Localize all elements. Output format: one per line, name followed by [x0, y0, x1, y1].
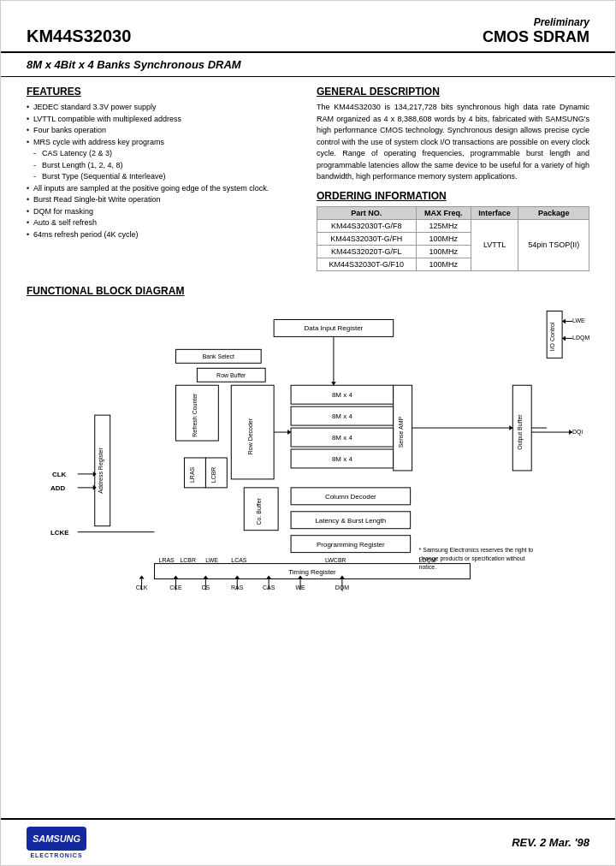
svg-text:I/O Control: I/O Control [549, 322, 555, 351]
svg-text:change products or specificati: change products or specification without [419, 555, 525, 561]
svg-text:Column Decoder: Column Decoder [325, 492, 376, 500]
subtitle: 8M x 4Bit x 4 Banks Synchronous DRAM [27, 58, 589, 71]
part-cell: KM44S32030T-G/F8 [317, 219, 417, 232]
list-sub-item: Burst Length (1, 2, 4, 8) [27, 160, 299, 172]
svg-text:LCBR: LCBR [180, 556, 196, 562]
footer-logo: SAMSUNG ELECTRONICS [27, 827, 86, 858]
svg-text:LWE: LWE [572, 317, 585, 323]
list-item: Four banks operation [27, 125, 299, 137]
footer: SAMSUNG ELECTRONICS REV. 2 Mar. '98 [1, 818, 615, 865]
preliminary-label: Preliminary [483, 16, 589, 28]
main-content: FEATURES JEDEC standard 3.3V power suppl… [1, 77, 615, 818]
svg-text:Address Register: Address Register [98, 447, 104, 493]
svg-text:notice.: notice. [419, 563, 437, 569]
svg-text:8M x 4: 8M x 4 [332, 412, 352, 420]
diagram-svg: Data Input Register Row Decoder 8M x 4 8… [27, 304, 589, 595]
header: KM44S32030 Preliminary CMOS SDRAM [1, 1, 615, 53]
package-cell: 54pin TSOP(II) [518, 219, 589, 270]
list-item: All inputs are sampled at the positive g… [27, 183, 299, 195]
general-desc-text: The KM44S32030 is 134,217,728 bits synch… [317, 102, 589, 183]
svg-marker-77 [562, 318, 566, 323]
svg-text:8M x 4: 8M x 4 [332, 454, 352, 462]
svg-text:LCBR: LCBR [210, 466, 216, 483]
svg-text:DQi: DQi [572, 429, 583, 436]
freq-cell: 100MHz [416, 232, 471, 245]
page: KM44S32030 Preliminary CMOS SDRAM 8M x 4… [0, 0, 616, 866]
list-sub-item: CAS Latency (2 & 3) [27, 148, 299, 160]
part-cell: KM44S32030T-G/F10 [317, 258, 417, 270]
svg-text:ADD: ADD [50, 483, 66, 491]
svg-marker-88 [331, 382, 336, 385]
diagram-container: Data Input Register Row Decoder 8M x 4 8… [27, 304, 589, 595]
svg-text:Row Decoder: Row Decoder [247, 418, 253, 454]
list-sub-item: Burst Type (Sequential & Interleave) [27, 171, 299, 183]
svg-text:LWCBR: LWCBR [325, 556, 346, 562]
header-right: Preliminary CMOS SDRAM [483, 16, 589, 46]
list-item: Burst Read Single-bit Write operation [27, 194, 299, 206]
svg-text:8M x 4: 8M x 4 [332, 391, 352, 399]
features-section: FEATURES JEDEC standard 3.3V power suppl… [27, 86, 299, 271]
svg-text:8M x 4: 8M x 4 [332, 434, 352, 442]
svg-text:LDQM: LDQM [572, 335, 589, 341]
features-list: JEDEC standard 3.3V power supply LVTTL c… [27, 102, 299, 240]
general-desc-title: GENERAL DESCRIPTION [317, 86, 589, 98]
sub-header: 8M x 4Bit x 4 Banks Synchronous DRAM [1, 53, 615, 77]
list-item: DQM for masking [27, 206, 299, 218]
svg-text:* Samsung Electronics reserves: * Samsung Electronics reserves the right… [419, 546, 534, 553]
svg-text:CLK: CLK [52, 470, 67, 477]
svg-text:LCKE: LCKE [50, 528, 69, 536]
freq-cell: 100MHz [416, 245, 471, 258]
svg-text:Sense AMP: Sense AMP [398, 416, 404, 448]
footer-rev: REV. 2 Mar. '98 [512, 836, 589, 849]
top-section: FEATURES JEDEC standard 3.3V power suppl… [27, 86, 589, 271]
samsung-logo: SAMSUNG [27, 827, 86, 851]
list-item: JEDEC standard 3.3V power supply [27, 102, 299, 114]
list-item: Auto & self refresh [27, 217, 299, 229]
part-cell: KM44S32030T-G/FH [317, 232, 417, 245]
svg-marker-62 [139, 575, 145, 578]
svg-text:Programming Register: Programming Register [317, 540, 385, 548]
svg-text:LRAS: LRAS [189, 466, 195, 483]
col-part: Part NO. [317, 206, 417, 219]
ordering-table: Part NO. MAX Freq. Interface Package KM4… [317, 206, 589, 271]
svg-text:Latency & Burst Length: Latency & Burst Length [315, 516, 386, 524]
svg-text:LCAS: LCAS [231, 556, 247, 562]
svg-text:Output Buffer: Output Buffer [517, 413, 524, 449]
col-interface: Interface [471, 206, 518, 219]
right-col: GENERAL DESCRIPTION The KM44S32030 is 13… [317, 86, 589, 271]
col-package: Package [518, 206, 589, 219]
svg-text:Bank Select: Bank Select [203, 353, 234, 359]
header-left: KM44S32030 [27, 27, 131, 46]
svg-marker-90 [287, 430, 291, 435]
svg-text:Data Input Register: Data Input Register [305, 324, 364, 332]
interface-cell: LVTTL [471, 219, 518, 270]
svg-text:Refresh Counter: Refresh Counter [192, 392, 198, 436]
diagram-section: FUNCTIONAL BLOCK DIAGRAM Data Input Regi… [27, 285, 589, 810]
list-item: 64ms refresh period (4K cycle) [27, 229, 299, 241]
list-item: LVTTL compatible with multiplexed addres… [27, 114, 299, 126]
svg-text:Row Buffer: Row Buffer [216, 372, 246, 378]
svg-text:Co. Buffer: Co. Buffer [256, 497, 262, 525]
svg-marker-85 [509, 425, 512, 430]
col-freq: MAX Freq. [416, 206, 471, 219]
features-title: FEATURES [27, 86, 299, 98]
ordering-title: ORDERING INFORMATION [317, 190, 589, 202]
freq-cell: 125MHz [416, 219, 471, 232]
diagram-title: FUNCTIONAL BLOCK DIAGRAM [27, 285, 589, 297]
list-item: MRS cycle with address key programs [27, 137, 299, 149]
svg-marker-80 [562, 335, 566, 341]
svg-text:Timing Register: Timing Register [288, 567, 336, 575]
ordering-section: ORDERING INFORMATION Part NO. MAX Freq. … [317, 190, 589, 271]
electronics-text: ELECTRONICS [30, 852, 82, 858]
part-cell: KM44S32020T-G/FL [317, 245, 417, 258]
svg-text:LRAS: LRAS [159, 556, 175, 562]
table-row: KM44S32030T-G/F8 125MHz LVTTL 54pin TSOP… [317, 219, 589, 232]
svg-text:LWE: LWE [205, 556, 218, 562]
samsung-text: SAMSUNG [33, 833, 80, 844]
chip-name: KM44S32030 [27, 27, 131, 46]
cmos-label: CMOS SDRAM [483, 28, 589, 46]
freq-cell: 100MHz [416, 258, 471, 270]
